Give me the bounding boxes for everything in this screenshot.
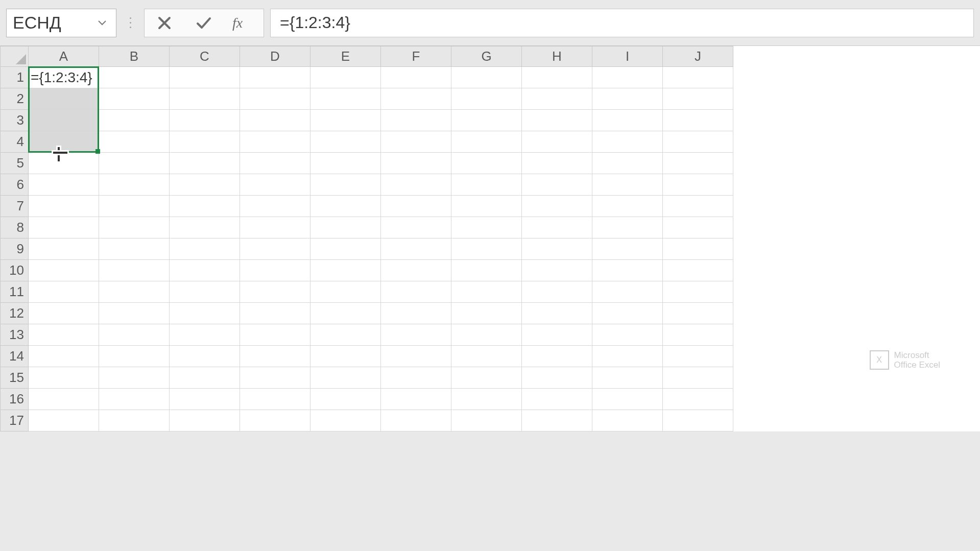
cell-H3[interactable] [522, 110, 592, 131]
cell-C4[interactable] [170, 131, 240, 153]
cell-E16[interactable] [310, 389, 381, 410]
cell-F17[interactable] [381, 410, 451, 432]
insert-function-button[interactable]: fx [226, 9, 261, 37]
cell-D17[interactable] [240, 410, 310, 432]
cell-B8[interactable] [99, 217, 170, 238]
cell-D9[interactable] [240, 238, 310, 260]
column-header-E[interactable]: E [310, 46, 381, 67]
cell-J15[interactable] [663, 367, 733, 389]
cell-C14[interactable] [170, 346, 240, 367]
cell-I8[interactable] [592, 217, 663, 238]
cell-D2[interactable] [240, 88, 310, 110]
name-box-dropdown[interactable] [94, 9, 110, 37]
column-header-F[interactable]: F [381, 46, 451, 67]
cell-F3[interactable] [381, 110, 451, 131]
spreadsheet-grid[interactable]: ABCDEFGHIJ1={1:2:3:4}2345678910111213141… [0, 46, 980, 432]
row-header-13[interactable]: 13 [1, 324, 29, 346]
cell-B16[interactable] [99, 389, 170, 410]
column-header-D[interactable]: D [240, 46, 310, 67]
cell-E10[interactable] [310, 260, 381, 281]
row-header-2[interactable]: 2 [1, 88, 29, 110]
cell-C3[interactable] [170, 110, 240, 131]
cell-B13[interactable] [99, 324, 170, 346]
cell-E6[interactable] [310, 174, 381, 196]
cell-G3[interactable] [451, 110, 522, 131]
cell-B5[interactable] [99, 153, 170, 174]
cell-E12[interactable] [310, 303, 381, 324]
cell-I7[interactable] [592, 196, 663, 217]
cell-E2[interactable] [310, 88, 381, 110]
cell-D16[interactable] [240, 389, 310, 410]
formula-input[interactable] [280, 13, 964, 32]
cell-C1[interactable] [170, 67, 240, 88]
cell-F10[interactable] [381, 260, 451, 281]
cell-D15[interactable] [240, 367, 310, 389]
row-header-8[interactable]: 8 [1, 217, 29, 238]
cell-E5[interactable] [310, 153, 381, 174]
cell-H13[interactable] [522, 324, 592, 346]
column-header-H[interactable]: H [522, 46, 592, 67]
cell-D1[interactable] [240, 67, 310, 88]
cell-C17[interactable] [170, 410, 240, 432]
cell-E4[interactable] [310, 131, 381, 153]
cell-E11[interactable] [310, 281, 381, 303]
cell-I12[interactable] [592, 303, 663, 324]
cell-J13[interactable] [663, 324, 733, 346]
cell-D3[interactable] [240, 110, 310, 131]
cell-A15[interactable] [29, 367, 99, 389]
cell-A14[interactable] [29, 346, 99, 367]
cell-F4[interactable] [381, 131, 451, 153]
cell-H1[interactable] [522, 67, 592, 88]
cell-G10[interactable] [451, 260, 522, 281]
cell-A11[interactable] [29, 281, 99, 303]
cell-G1[interactable] [451, 67, 522, 88]
cell-H9[interactable] [522, 238, 592, 260]
cell-H8[interactable] [522, 217, 592, 238]
cell-G12[interactable] [451, 303, 522, 324]
cell-H10[interactable] [522, 260, 592, 281]
cell-J5[interactable] [663, 153, 733, 174]
cell-C9[interactable] [170, 238, 240, 260]
cell-I15[interactable] [592, 367, 663, 389]
row-header-4[interactable]: 4 [1, 131, 29, 153]
cell-E3[interactable] [310, 110, 381, 131]
name-box[interactable] [6, 9, 116, 37]
cell-C11[interactable] [170, 281, 240, 303]
cell-A2[interactable] [29, 88, 99, 110]
cell-G17[interactable] [451, 410, 522, 432]
cell-A10[interactable] [29, 260, 99, 281]
cell-C7[interactable] [170, 196, 240, 217]
cell-F2[interactable] [381, 88, 451, 110]
row-header-16[interactable]: 16 [1, 389, 29, 410]
cell-D12[interactable] [240, 303, 310, 324]
column-header-B[interactable]: B [99, 46, 170, 67]
cell-G15[interactable] [451, 367, 522, 389]
cell-J12[interactable] [663, 303, 733, 324]
cell-C13[interactable] [170, 324, 240, 346]
cell-I2[interactable] [592, 88, 663, 110]
cell-J10[interactable] [663, 260, 733, 281]
cell-G16[interactable] [451, 389, 522, 410]
cell-A1[interactable]: ={1:2:3:4} [29, 67, 99, 88]
cell-F6[interactable] [381, 174, 451, 196]
cell-H14[interactable] [522, 346, 592, 367]
cell-G5[interactable] [451, 153, 522, 174]
cell-B10[interactable] [99, 260, 170, 281]
cell-B11[interactable] [99, 281, 170, 303]
cell-A5[interactable] [29, 153, 99, 174]
cell-G14[interactable] [451, 346, 522, 367]
cell-J16[interactable] [663, 389, 733, 410]
row-header-11[interactable]: 11 [1, 281, 29, 303]
cell-J4[interactable] [663, 131, 733, 153]
cell-A13[interactable] [29, 324, 99, 346]
row-header-12[interactable]: 12 [1, 303, 29, 324]
row-header-14[interactable]: 14 [1, 346, 29, 367]
cell-B9[interactable] [99, 238, 170, 260]
cell-A7[interactable] [29, 196, 99, 217]
cell-D5[interactable] [240, 153, 310, 174]
cell-G13[interactable] [451, 324, 522, 346]
cell-I14[interactable] [592, 346, 663, 367]
cell-F14[interactable] [381, 346, 451, 367]
cell-E9[interactable] [310, 238, 381, 260]
cell-A16[interactable] [29, 389, 99, 410]
